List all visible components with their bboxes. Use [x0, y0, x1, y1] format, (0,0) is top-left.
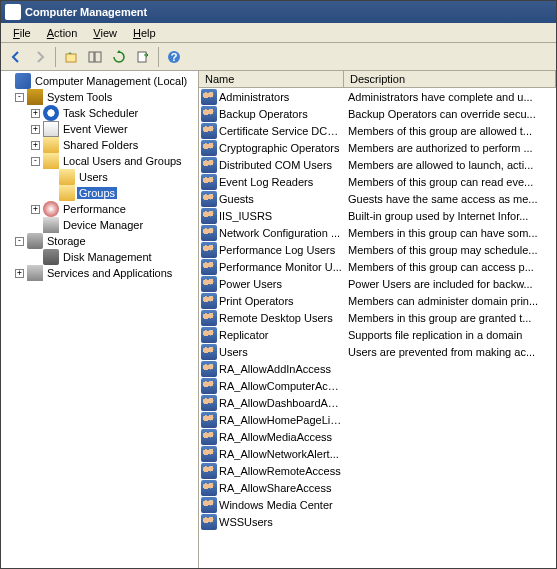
group-description: Backup Operators can override secu... [344, 108, 556, 120]
list-item[interactable]: UsersUsers are prevented from making ac.… [199, 343, 556, 360]
group-icon [201, 514, 217, 530]
expand-icon[interactable]: + [31, 109, 40, 118]
svg-rect-0 [66, 54, 76, 62]
tree-performance[interactable]: + Performance [3, 201, 196, 217]
list-item[interactable]: ReplicatorSupports file replication in a… [199, 326, 556, 343]
expand-icon[interactable]: + [31, 205, 40, 214]
tree-root[interactable]: Computer Management (Local) [3, 73, 196, 89]
folder-icon [59, 185, 75, 201]
list-item[interactable]: RA_AllowAddInAccess [199, 360, 556, 377]
list-item[interactable]: Certificate Service DCO...Members of thi… [199, 122, 556, 139]
expand-icon[interactable]: + [31, 125, 40, 134]
list-item[interactable]: Distributed COM UsersMembers are allowed… [199, 156, 556, 173]
group-description: Members in this group are granted t... [344, 312, 556, 324]
group-name: Distributed COM Users [219, 159, 332, 171]
list-item[interactable]: Cryptographic OperatorsMembers are autho… [199, 139, 556, 156]
list-item[interactable]: Print OperatorsMembers can administer do… [199, 292, 556, 309]
list-item[interactable]: RA_AllowMediaAccess [199, 428, 556, 445]
group-name: Performance Monitor U... [219, 261, 342, 273]
list-item[interactable]: Performance Log UsersMembers of this gro… [199, 241, 556, 258]
up-button[interactable] [60, 46, 82, 68]
group-icon [201, 208, 217, 224]
list-pane[interactable]: Name Description AdministratorsAdministr… [199, 71, 556, 568]
group-name: Guests [219, 193, 254, 205]
menu-help[interactable]: Help [125, 25, 164, 41]
list-item[interactable]: Performance Monitor U...Members of this … [199, 258, 556, 275]
tree-task-scheduler[interactable]: + Task Scheduler [3, 105, 196, 121]
list-item[interactable]: Event Log ReadersMembers of this group c… [199, 173, 556, 190]
list-item[interactable]: RA_AllowNetworkAlert... [199, 445, 556, 462]
group-name: RA_AllowMediaAccess [219, 431, 332, 443]
group-description: Members can administer domain prin... [344, 295, 556, 307]
group-description: Built-in group used by Internet Infor... [344, 210, 556, 222]
list-item[interactable]: RA_AllowHomePageLinks [199, 411, 556, 428]
tree-event-viewer[interactable]: + Event Viewer [3, 121, 196, 137]
list-item[interactable]: GuestsGuests have the same access as me.… [199, 190, 556, 207]
tree-device-manager[interactable]: Device Manager [3, 217, 196, 233]
event-icon [43, 121, 59, 137]
forward-button[interactable] [29, 46, 51, 68]
tree-users[interactable]: Users [3, 169, 196, 185]
column-header-description[interactable]: Description [344, 71, 556, 87]
group-description: Guests have the same access as me... [344, 193, 556, 205]
tree-storage[interactable]: - Storage [3, 233, 196, 249]
device-manager-icon [43, 217, 59, 233]
svg-rect-1 [89, 52, 94, 62]
list-item[interactable]: Windows Media Center [199, 496, 556, 513]
collapse-icon[interactable]: - [15, 237, 24, 246]
app-icon [5, 4, 21, 20]
refresh-button[interactable] [108, 46, 130, 68]
list-item[interactable]: RA_AllowDashboardAcc... [199, 394, 556, 411]
list-item[interactable]: Power UsersPower Users are included for … [199, 275, 556, 292]
storage-icon [27, 233, 43, 249]
tree-services-applications[interactable]: + Services and Applications [3, 265, 196, 281]
list-item[interactable]: WSSUsers [199, 513, 556, 530]
window-title: Computer Management [25, 6, 147, 18]
menu-file[interactable]: File [5, 25, 39, 41]
list-item[interactable]: RA_AllowShareAccess [199, 479, 556, 496]
tree-groups[interactable]: Groups [3, 185, 196, 201]
list-item[interactable]: RA_AllowRemoteAccess [199, 462, 556, 479]
tree-pane[interactable]: Computer Management (Local) - System Too… [1, 71, 199, 568]
group-icon [201, 310, 217, 326]
group-icon [201, 191, 217, 207]
tree-system-tools[interactable]: - System Tools [3, 89, 196, 105]
list-header: Name Description [199, 71, 556, 88]
list-item[interactable]: Network Configuration ...Members in this… [199, 224, 556, 241]
collapse-icon[interactable]: - [15, 93, 24, 102]
tree-local-users-groups[interactable]: - Local Users and Groups [3, 153, 196, 169]
menu-view[interactable]: View [85, 25, 125, 41]
tree-shared-folders[interactable]: + Shared Folders [3, 137, 196, 153]
group-icon [201, 276, 217, 292]
show-hide-tree-button[interactable] [84, 46, 106, 68]
list-item[interactable]: Backup OperatorsBackup Operators can ove… [199, 105, 556, 122]
group-icon [201, 89, 217, 105]
expand-icon[interactable]: + [15, 269, 24, 278]
back-button[interactable] [5, 46, 27, 68]
group-name: WSSUsers [219, 516, 273, 528]
tree-disk-management[interactable]: Disk Management [3, 249, 196, 265]
svg-rect-2 [95, 52, 101, 62]
group-name: Replicator [219, 329, 269, 341]
list-item[interactable]: AdministratorsAdministrators have comple… [199, 88, 556, 105]
group-description: Members of this group can access p... [344, 261, 556, 273]
collapse-icon[interactable]: - [31, 157, 40, 166]
group-icon [201, 123, 217, 139]
column-header-name[interactable]: Name [199, 71, 344, 87]
group-name: Certificate Service DCO... [219, 125, 344, 137]
export-button[interactable] [132, 46, 154, 68]
menu-action[interactable]: Action [39, 25, 86, 41]
list-item[interactable]: Remote Desktop UsersMembers in this grou… [199, 309, 556, 326]
group-icon [201, 327, 217, 343]
group-description: Members of this group may schedule... [344, 244, 556, 256]
group-icon [201, 446, 217, 462]
group-name: Print Operators [219, 295, 294, 307]
group-name: Cryptographic Operators [219, 142, 339, 154]
group-description: Members in this group can have som... [344, 227, 556, 239]
group-description: Administrators have complete and u... [344, 91, 556, 103]
group-icon [201, 344, 217, 360]
expand-icon[interactable]: + [31, 141, 40, 150]
help-button[interactable]: ? [163, 46, 185, 68]
list-item[interactable]: RA_AllowComputerAccess [199, 377, 556, 394]
list-item[interactable]: IIS_IUSRSBuilt-in group used by Internet… [199, 207, 556, 224]
